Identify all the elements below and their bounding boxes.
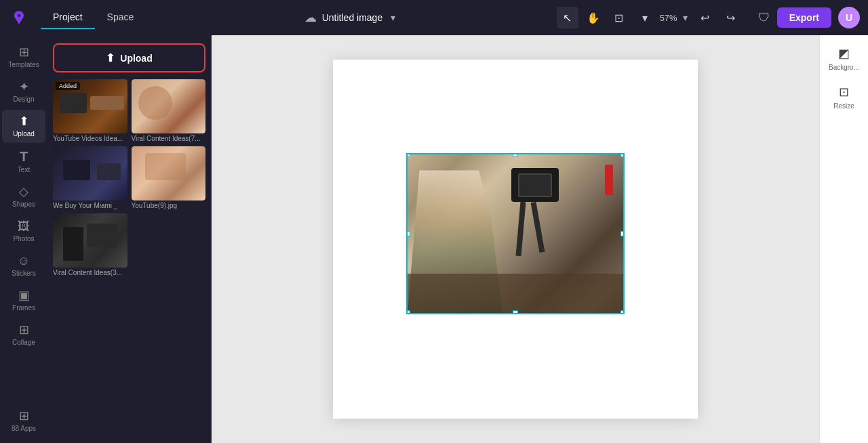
right-panel: ◩ Backgro... ⊡ Resize	[819, 35, 868, 443]
sidebar-item-apps[interactable]: ⊞ 88 Apps	[2, 404, 45, 438]
list-item[interactable]: Viral Content Ideas(7...	[132, 79, 206, 142]
templates-icon: ⊞	[19, 46, 29, 58]
apps-icon: ⊞	[19, 410, 29, 422]
sidebar-item-collage[interactable]: ⊞ Collage	[2, 318, 45, 352]
sidebar-item-shapes[interactable]: ◇ Shapes	[2, 180, 45, 213]
frames-icon: ▣	[18, 289, 30, 301]
upload-panel: ⬆ Upload Added YouTube Videos Idea...	[47, 35, 212, 443]
shield-button[interactable]: 🛡	[758, 11, 770, 25]
tab-project[interactable]: Project	[41, 6, 95, 29]
image-grid: Added YouTube Videos Idea... Viral Conte…	[53, 79, 205, 276]
topbar-right: 🛡 Export U	[758, 7, 860, 28]
upload-icon: ⬆	[19, 115, 29, 127]
upload-cloud-icon: ⬆	[106, 51, 115, 64]
export-button[interactable]: Export	[777, 7, 831, 28]
list-item[interactable]: YouTube(9).jpg	[132, 146, 206, 209]
cloud-icon: ☁	[304, 10, 317, 25]
sidebar-item-stickers[interactable]: ☺ Stickers	[2, 249, 45, 282]
main-layout: ⊞ Templates ✦ Design ⬆ Upload T Text ◇ S…	[0, 0, 868, 443]
tab-space[interactable]: Space	[95, 6, 146, 29]
shapes-icon: ◇	[19, 186, 28, 198]
layout-tool-button[interactable]: ⊡	[608, 7, 630, 28]
canvas-selected-image[interactable]	[406, 153, 625, 314]
pan-tool-button[interactable]: ✋	[583, 7, 604, 28]
sidebar-item-photos[interactable]: 🖼 Photos	[2, 215, 45, 248]
resize-icon: ⊡	[839, 85, 849, 100]
list-item[interactable]: Viral Content Ideas(3...	[53, 213, 127, 276]
right-panel-resize[interactable]: ⊡ Resize	[824, 79, 865, 115]
logo[interactable]	[8, 7, 30, 28]
photos-icon: 🖼	[18, 220, 30, 232]
list-item[interactable]: Added YouTube Videos Idea...	[53, 79, 127, 142]
sidebar-item-frames[interactable]: ▣ Frames	[2, 284, 45, 317]
redo-button[interactable]: ↪	[720, 7, 742, 28]
zoom-area: 57% ▾	[660, 9, 690, 26]
undo-button[interactable]: ↩	[694, 7, 716, 28]
zoom-level: 57%	[660, 13, 677, 23]
title-dropdown-button[interactable]: ▾	[388, 9, 398, 26]
sidebar-item-design[interactable]: ✦ Design	[2, 75, 45, 108]
select-tool-button[interactable]: ↖	[557, 7, 578, 28]
topbar-tools: ↖ ✋ ⊡ ▾ 57% ▾ ↩ ↪	[557, 7, 742, 28]
zoom-dropdown-button[interactable]: ▾	[680, 9, 690, 26]
right-panel-background[interactable]: ◩ Backgro...	[824, 41, 865, 77]
sidebar-item-text[interactable]: T Text	[2, 144, 45, 179]
canvas-page	[333, 60, 698, 419]
design-icon: ✦	[19, 81, 29, 93]
list-item[interactable]: We Buy Your Miami _	[53, 146, 127, 209]
added-badge: Added	[56, 82, 80, 90]
background-icon: ◩	[838, 46, 850, 61]
sidebar-nav: ⊞ Templates ✦ Design ⬆ Upload T Text ◇ S…	[0, 35, 47, 443]
stickers-icon: ☺	[18, 255, 30, 267]
topbar: Project Space ☁ Untitled image ▾ ↖ ✋ ⊡ ▾…	[0, 0, 868, 35]
avatar[interactable]: U	[838, 7, 860, 28]
upload-button[interactable]: ⬆ Upload	[53, 43, 205, 72]
canvas-image-content	[408, 154, 623, 313]
sidebar-item-templates[interactable]: ⊞ Templates	[2, 41, 45, 74]
text-icon: T	[20, 150, 28, 163]
topbar-tabs: Project Space	[41, 6, 146, 29]
canvas-area[interactable]	[212, 35, 819, 443]
collage-icon: ⊞	[19, 324, 29, 336]
layout-dropdown-button[interactable]: ▾	[634, 7, 656, 28]
topbar-center: ☁ Untitled image ▾	[304, 9, 399, 26]
doc-title: Untitled image	[322, 12, 383, 23]
sidebar-item-upload[interactable]: ⬆ Upload	[2, 110, 45, 143]
